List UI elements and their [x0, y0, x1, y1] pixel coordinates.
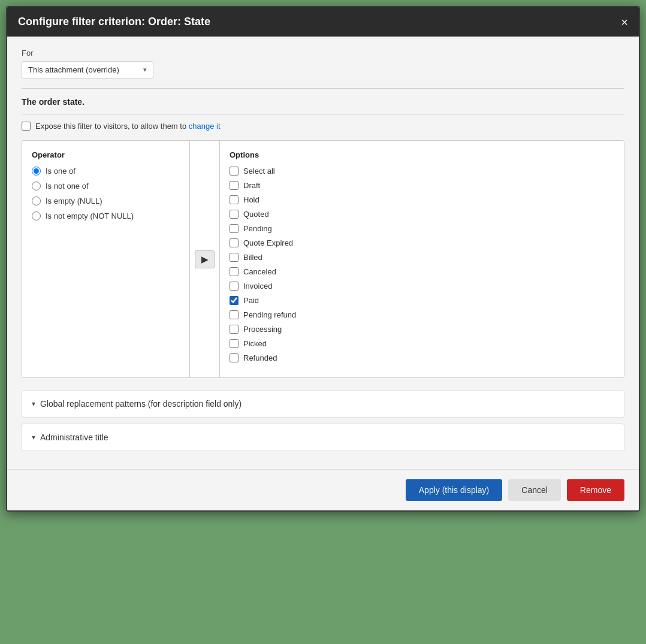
- options-panel: Options Select all Draft Hold Quoted: [220, 141, 624, 377]
- checkbox-pending[interactable]: [230, 224, 239, 233]
- label-pending: Pending: [243, 224, 272, 233]
- expose-filter-link[interactable]: change it: [189, 122, 221, 131]
- divider-2: [22, 114, 624, 114]
- operator-radio-is-not-one-of[interactable]: [32, 182, 41, 191]
- arrow-button[interactable]: ▶: [195, 250, 215, 268]
- configure-filter-dialog: Configure filter criterion: Order: State…: [6, 6, 640, 512]
- option-picked: Picked: [230, 339, 614, 348]
- option-pending: Pending: [230, 224, 614, 233]
- remove-button[interactable]: Remove: [567, 479, 624, 501]
- option-canceled: Canceled: [230, 267, 614, 276]
- option-pending-refund: Pending refund: [230, 310, 614, 319]
- for-select-dropdown[interactable]: This attachment (override) ▾: [22, 61, 153, 78]
- accordion-admin-label: Administrative title: [40, 433, 108, 442]
- label-paid: Paid: [243, 296, 259, 305]
- checkbox-pending-refund[interactable]: [230, 310, 239, 319]
- checkbox-refunded[interactable]: [230, 353, 239, 362]
- label-pending-refund: Pending refund: [243, 310, 296, 319]
- option-hold: Hold: [230, 195, 614, 204]
- label-quote-expired: Quote Expired: [243, 238, 293, 247]
- checkbox-draft[interactable]: [230, 181, 239, 190]
- operator-label-is-not-empty: Is not empty (NOT NULL): [46, 211, 134, 220]
- option-draft: Draft: [230, 181, 614, 190]
- accordion-global-label: Global replacement patterns (for descrip…: [40, 399, 242, 409]
- operator-panel: Operator Is one of Is not one of Is empt…: [22, 141, 190, 377]
- checkbox-billed[interactable]: [230, 253, 239, 262]
- accordion-admin: ▾ Administrative title: [22, 424, 624, 451]
- label-billed: Billed: [243, 253, 262, 262]
- arrow-column: ▶: [190, 141, 220, 377]
- expose-filter-checkbox[interactable]: [22, 122, 31, 131]
- label-quoted: Quoted: [243, 210, 269, 219]
- chevron-down-icon: ▾: [32, 433, 35, 442]
- label-invoiced: Invoiced: [243, 282, 272, 291]
- option-select-all: Select all: [230, 167, 614, 176]
- checkbox-processing[interactable]: [230, 325, 239, 334]
- order-state-description: The order state.: [22, 97, 624, 107]
- expose-filter-label: Expose this filter to visitors, to allow…: [35, 122, 221, 131]
- expose-filter-row: Expose this filter to visitors, to allow…: [22, 122, 624, 131]
- checkbox-paid[interactable]: [230, 296, 239, 305]
- accordion-global: ▾ Global replacement patterns (for descr…: [22, 390, 624, 418]
- option-processing: Processing: [230, 325, 614, 334]
- operator-label-is-empty: Is empty (NULL): [46, 196, 102, 205]
- operator-label-is-one-of: Is one of: [46, 167, 76, 176]
- label-refunded: Refunded: [243, 353, 277, 362]
- operator-options-container: Operator Is one of Is not one of Is empt…: [22, 140, 624, 378]
- chevron-down-icon: ▾: [143, 66, 147, 74]
- accordion-global-header[interactable]: ▾ Global replacement patterns (for descr…: [22, 391, 624, 417]
- checkbox-quote-expired[interactable]: [230, 238, 239, 247]
- option-billed: Billed: [230, 253, 614, 262]
- chevron-down-icon: ▾: [32, 400, 35, 408]
- checkbox-select-all[interactable]: [230, 167, 239, 176]
- modal-body: For This attachment (override) ▾ The ord…: [7, 37, 639, 469]
- label-processing: Processing: [243, 325, 282, 334]
- label-draft: Draft: [243, 181, 260, 190]
- label-canceled: Canceled: [243, 267, 276, 276]
- label-hold: Hold: [243, 195, 259, 204]
- operator-item-0: Is one of: [32, 167, 180, 176]
- for-section: For This attachment (override) ▾: [22, 49, 624, 78]
- for-select-value: This attachment (override): [28, 65, 119, 74]
- cancel-button[interactable]: Cancel: [508, 479, 561, 501]
- option-refunded: Refunded: [230, 353, 614, 362]
- option-paid: Paid: [230, 296, 614, 305]
- for-label: For: [22, 49, 624, 58]
- modal-header: Configure filter criterion: Order: State…: [7, 7, 639, 37]
- accordion-admin-header[interactable]: ▾ Administrative title: [22, 424, 624, 451]
- label-select-all: Select all: [243, 167, 275, 176]
- operator-radio-is-not-empty[interactable]: [32, 211, 41, 220]
- operator-radio-is-empty[interactable]: [32, 196, 41, 205]
- operator-radio-is-one-of[interactable]: [32, 167, 41, 176]
- checkbox-picked[interactable]: [230, 339, 239, 348]
- label-picked: Picked: [243, 339, 267, 348]
- option-invoiced: Invoiced: [230, 282, 614, 291]
- operator-item-1: Is not one of: [32, 182, 180, 191]
- operator-item-3: Is not empty (NOT NULL): [32, 211, 180, 220]
- checkbox-canceled[interactable]: [230, 267, 239, 276]
- operator-label-is-not-one-of: Is not one of: [46, 182, 89, 191]
- option-quote-expired: Quote Expired: [230, 238, 614, 247]
- divider-1: [22, 88, 624, 89]
- modal-title: Configure filter criterion: Order: State: [18, 16, 210, 28]
- operator-heading: Operator: [32, 150, 180, 159]
- checkbox-quoted[interactable]: [230, 210, 239, 219]
- checkbox-invoiced[interactable]: [230, 282, 239, 291]
- options-heading: Options: [230, 150, 614, 159]
- modal-footer: Apply (this display) Cancel Remove: [7, 469, 639, 510]
- close-button[interactable]: ×: [621, 16, 628, 28]
- checkbox-hold[interactable]: [230, 195, 239, 204]
- option-quoted: Quoted: [230, 210, 614, 219]
- apply-button[interactable]: Apply (this display): [406, 479, 503, 501]
- operator-item-2: Is empty (NULL): [32, 196, 180, 205]
